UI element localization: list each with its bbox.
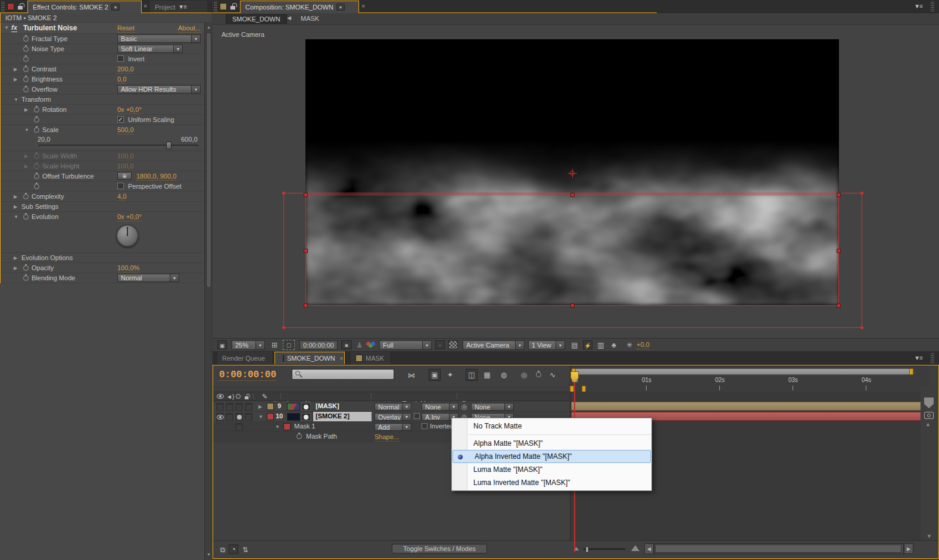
expander-icon[interactable]: ▼ [24,125,29,135]
expander-icon[interactable]: ▼ [14,212,18,222]
fast-previews-icon[interactable]: ⚡ [583,340,592,349]
menu-item-alpha-inverted-matte[interactable]: Alpha Inverted Matte "[MASK]" [453,450,651,463]
region-of-interest-icon[interactable]: ▢ [283,340,295,350]
evolution-dial[interactable] [116,224,139,247]
expand-layer-switches-icon[interactable]: ⧉ [218,545,227,555]
layer-name[interactable]: [SMOKE 2] [316,412,350,420]
mask-vertex-handle[interactable] [570,304,575,308]
layer-label-chip[interactable] [267,403,274,410]
label-icon[interactable]: ✎ [262,393,267,401]
fractal-type-dropdown[interactable]: Basic ▼ [117,35,201,43]
about-link[interactable]: About... [178,24,201,33]
panel-grip[interactable] [1,2,5,11]
mask-vertex-handle[interactable] [837,193,841,197]
stopwatch-icon[interactable] [34,164,39,169]
magnification-dropdown[interactable]: 25% ▼ [232,340,265,350]
tab-dropdown-icon[interactable]: ▼ [111,4,120,11]
current-timecode[interactable]: 0:00:00:00 [219,370,276,381]
grid-guides-icon[interactable]: ⊞ [270,340,279,350]
parent-dropdown[interactable]: None ▼ [471,403,514,411]
comp-marker-bin-icon[interactable] [924,398,934,408]
layer-bar-mask[interactable] [571,402,922,411]
channel-dropdown[interactable]: Full ▼ [379,340,432,350]
panel-menu-icon[interactable]: ▼≡ [178,4,186,10]
menu-item-alpha-matte[interactable]: Alpha Matte "[MASK]" [452,437,651,450]
resolution-icon[interactable]: ▫ [435,340,445,349]
expander-icon[interactable]: ▶ [14,253,17,263]
blend-mode-dropdown[interactable]: Normal ▼ [375,403,411,411]
tab-project[interactable]: Project ▼≡ [150,1,207,13]
eye-icon[interactable] [217,394,224,399]
camera-view-dropdown[interactable]: Active Camera ▼ [463,340,525,350]
stopwatch-icon[interactable] [23,77,29,82]
scroll-up-icon[interactable]: ▲ [925,421,931,427]
shy-layers-icon[interactable]: ✦ [444,370,456,380]
property-value[interactable]: 500,0 [117,126,134,134]
property-value[interactable]: 200,0 [117,65,134,74]
panel-grip[interactable] [931,2,934,11]
panel-grip[interactable] [931,353,934,363]
scale-slider-handle[interactable] [166,142,171,149]
blend-mode-dropdown[interactable]: Overlay ▼ [375,413,411,421]
lock-toggle[interactable] [245,413,252,421]
panel-menu-icon[interactable]: ▼≡ [914,355,922,361]
mask-vertex-handle[interactable] [304,304,308,308]
expander-icon[interactable]: ▶ [24,161,28,171]
mask-vertex-handle[interactable] [837,304,841,308]
auto-keyframe-icon[interactable]: ◎ [518,370,530,380]
hscroll-right-icon[interactable]: ▶ [904,543,913,554]
overflow-dropdown[interactable]: Allow HDR Results ▼ [117,85,201,93]
invert-checkbox[interactable] [117,55,124,62]
crosshair-target-icon[interactable]: ⊕ [117,172,132,180]
pickwhip-icon[interactable]: ◎ [461,402,467,411]
mask-vertex-handle[interactable] [304,249,308,253]
mask-vertex-handle[interactable] [304,193,308,197]
mask-outline[interactable] [305,195,839,306]
stopwatch-icon[interactable] [23,46,29,52]
layer-label-chip[interactable] [267,413,274,420]
stopwatch-icon[interactable] [23,265,29,271]
flowchart-icon[interactable]: ♣ [609,340,619,350]
brainstorm-icon[interactable]: ◍ [498,370,510,380]
hscrollbar-thumb[interactable] [655,545,901,553]
expand-transfer-controls-icon[interactable]: ◔ [229,545,238,554]
tab-effect-controls[interactable]: Effect Controls: SMOKE 2 ▼ [27,1,142,13]
tab-dropdown-icon[interactable]: ▼ [336,4,345,11]
uniform-scaling-checkbox[interactable]: ✓ [117,116,124,123]
expander-icon[interactable]: ▶ [14,64,17,74]
mask-inverted-checkbox[interactable] [422,423,428,429]
timeline-zoom-slider[interactable] [584,548,625,550]
effect-controls-scrollbar[interactable]: ▲ ▼ [204,23,212,560]
scale-slider-track[interactable] [39,145,198,147]
mask-vertex-handle[interactable] [837,249,841,253]
close-icon[interactable]: × [361,2,365,10]
expander-icon[interactable]: ▶ [24,151,28,161]
blending-mode-dropdown[interactable]: Normal ▼ [117,274,179,282]
exposure-value[interactable]: +0.0 [637,341,650,349]
frame-blending-icon[interactable]: ◫ [466,369,478,381]
lock-icon[interactable] [245,394,249,399]
noise-type-dropdown[interactable]: Soft Linear ▼ [117,45,183,53]
comp-nav-current[interactable]: SMOKE_DOWN [226,14,287,24]
perspective-offset-checkbox[interactable] [117,183,124,189]
graph-editor-icon[interactable]: ∿ [547,370,559,380]
scroll-down-icon[interactable]: ▼ [926,533,932,539]
expander-icon[interactable]: ▶ [24,105,28,115]
hscrollbar-track[interactable] [654,543,904,554]
corner-handle[interactable] [282,326,285,329]
stopwatch-icon[interactable] [34,127,39,133]
close-icon[interactable]: × [340,355,344,362]
corner-handle[interactable] [860,326,863,329]
expander-icon[interactable]: ▶ [14,192,17,202]
stopwatch-icon[interactable] [23,67,29,72]
property-value[interactable]: 0,0 [117,76,126,84]
audio-toggle[interactable] [226,413,233,421]
stopwatch-icon[interactable] [23,36,29,42]
lock-toggle[interactable] [245,403,252,411]
lock-icon[interactable] [230,3,236,10]
layer-name[interactable]: [MASK] [316,402,339,409]
track-matte-dropdown[interactable]: None ▼ [422,403,458,411]
mask-toggle[interactable] [235,423,243,431]
comp-button-icon[interactable] [924,412,934,419]
property-value[interactable]: 1800,0, 900,0 [136,173,176,181]
